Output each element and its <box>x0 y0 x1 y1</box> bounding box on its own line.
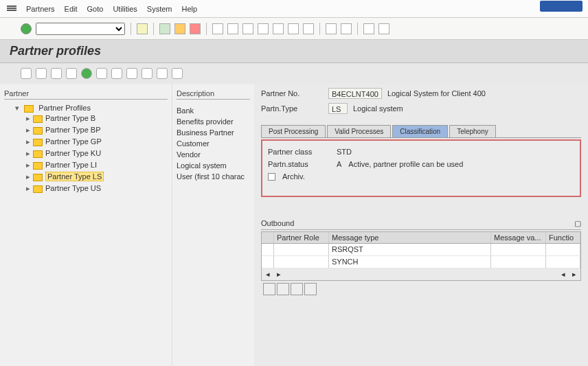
tree-item[interactable]: ▸Partner Type GP <box>26 136 168 148</box>
page-title: Partner profiles <box>0 40 588 63</box>
tree-item[interactable]: ▸Partner Type LI <box>26 159 168 171</box>
grid-func-header[interactable]: Functio <box>546 232 580 243</box>
help-icon[interactable] <box>363 23 374 34</box>
delete-row-icon[interactable] <box>277 283 289 295</box>
partner-no-value[interactable]: B4ECLNT400 <box>328 88 382 99</box>
grid-select-header <box>262 232 274 243</box>
ok-icon[interactable] <box>21 23 32 34</box>
folder-icon <box>24 105 34 113</box>
shortcut-icon[interactable] <box>341 23 352 34</box>
tab-classification[interactable]: Classification <box>392 125 448 137</box>
expand-icon[interactable]: ▢ <box>574 219 581 228</box>
scroll-right2-icon[interactable]: ▸ <box>569 270 579 279</box>
last-page-icon[interactable] <box>303 23 314 34</box>
exit-icon[interactable] <box>174 23 185 34</box>
window-controls[interactable] <box>540 1 583 12</box>
prev-page-icon[interactable] <box>273 23 284 34</box>
delete-icon[interactable] <box>96 68 107 79</box>
expand-icon[interactable]: ▸ <box>26 172 33 181</box>
cancel-icon[interactable] <box>190 23 201 34</box>
desc-row: Vendor <box>177 149 250 160</box>
tree-item-label: Partner Type GP <box>45 137 102 146</box>
partn-status-text: Active, partner profile can be used <box>348 160 463 168</box>
menu-icon[interactable] <box>7 5 16 13</box>
new-session-icon[interactable] <box>326 23 337 34</box>
desc-row: Logical system <box>177 160 250 171</box>
tree-item-label: Partner Type LI <box>45 161 97 169</box>
desc-row: Benefits provider <box>177 116 250 127</box>
create-icon[interactable] <box>21 68 32 79</box>
export-icon[interactable] <box>157 68 168 79</box>
tree-item-selected[interactable]: ▸Partner Type LS <box>26 171 168 183</box>
description-pane: Description Bank Benefits provider Busin… <box>172 84 254 366</box>
check-icon[interactable] <box>111 68 122 79</box>
partn-status-label: Partn.status <box>268 160 330 168</box>
folder-icon <box>33 127 43 135</box>
first-page-icon[interactable] <box>258 23 269 34</box>
tree-item[interactable]: ▸Partner Type B <box>26 113 168 124</box>
command-field[interactable] <box>36 23 125 35</box>
menu-goto[interactable]: Goto <box>87 5 104 13</box>
collapse-icon[interactable]: ▾ <box>15 104 22 113</box>
tab-telephony[interactable]: Telephony <box>449 125 496 137</box>
find-icon[interactable] <box>227 23 238 34</box>
grid-role-header[interactable]: Partner Role <box>274 232 329 243</box>
grid-var-header[interactable]: Message va... <box>491 232 546 243</box>
outbound-section: Outbound ▢ Partner Role Message type Mes… <box>261 218 581 297</box>
scroll-right-icon[interactable]: ▸ <box>274 270 284 279</box>
find-next-icon[interactable] <box>242 23 253 34</box>
tab-post-processing[interactable]: Post Processing <box>261 125 326 137</box>
expand-icon[interactable]: ▸ <box>26 161 33 170</box>
menu-partners[interactable]: Partners <box>26 5 55 13</box>
content-pane: Partner No. B4ECLNT400 Logical System fo… <box>254 84 588 366</box>
expand-icon[interactable]: ▸ <box>26 126 33 135</box>
grid-row[interactable]: RSRQST <box>262 244 580 256</box>
print-icon[interactable] <box>212 23 223 34</box>
desc-header: Description <box>177 88 250 100</box>
tree-item[interactable]: ▸Partner Type KU <box>26 148 168 159</box>
grid-msg-header[interactable]: Message type <box>329 232 491 243</box>
save-icon[interactable] <box>137 23 148 34</box>
expand-icon[interactable]: ▸ <box>26 149 33 158</box>
archiv-label: Archiv. <box>282 172 305 181</box>
archiv-checkbox[interactable] <box>268 173 275 181</box>
partn-status-code: A <box>337 160 341 168</box>
menu-help[interactable]: Help <box>182 5 198 13</box>
partn-type-value[interactable]: LS <box>328 103 348 114</box>
grid-cell-msg: RSRQST <box>329 244 491 255</box>
display-icon[interactable] <box>51 68 62 79</box>
tree-item[interactable]: ▸Partner Type US <box>26 183 168 194</box>
grid-row[interactable]: SYNCH <box>262 256 580 268</box>
sort-icon[interactable] <box>142 68 152 79</box>
menu-edit[interactable]: Edit <box>65 5 78 13</box>
expand-icon[interactable]: ▸ <box>26 114 33 123</box>
back-icon[interactable] <box>159 23 170 34</box>
menubar: Partners Edit Goto Utilities System Help <box>0 0 588 18</box>
tree-root[interactable]: ▾ Partner Profiles ▸Partner Type B ▸Part… <box>15 102 168 196</box>
scroll-left2-icon[interactable]: ◂ <box>558 270 568 279</box>
partn-type-desc: Logical system <box>353 104 403 113</box>
next-page-icon[interactable] <box>288 23 299 34</box>
grid-tools <box>261 281 581 297</box>
menu-utilities[interactable]: Utilities <box>113 5 137 13</box>
copy-icon[interactable] <box>66 68 77 79</box>
filter-icon[interactable] <box>126 68 137 79</box>
edit-icon[interactable] <box>36 68 47 79</box>
expand-icon[interactable]: ▸ <box>26 184 33 193</box>
detail-icon[interactable] <box>172 68 183 79</box>
tree-item[interactable]: ▸Partner Type BP <box>26 124 168 136</box>
tree-root-label: Partner Profiles <box>38 104 91 112</box>
copy-row-icon[interactable] <box>291 283 303 295</box>
layout-icon[interactable] <box>378 23 389 34</box>
folder-icon <box>33 115 43 123</box>
refresh-icon[interactable] <box>81 68 92 79</box>
desc-row: Business Partner <box>177 127 250 138</box>
scroll-left-icon[interactable]: ◂ <box>263 270 273 279</box>
partner-no-desc: Logical System for Client 400 <box>387 89 486 98</box>
detail-row-icon[interactable] <box>304 283 317 295</box>
menu-system[interactable]: System <box>147 5 172 13</box>
partner-no-label: Partner No. <box>261 89 323 98</box>
tab-valid-processes[interactable]: Valid Processes <box>327 125 391 137</box>
expand-icon[interactable]: ▸ <box>26 137 33 146</box>
add-row-icon[interactable] <box>263 283 275 295</box>
